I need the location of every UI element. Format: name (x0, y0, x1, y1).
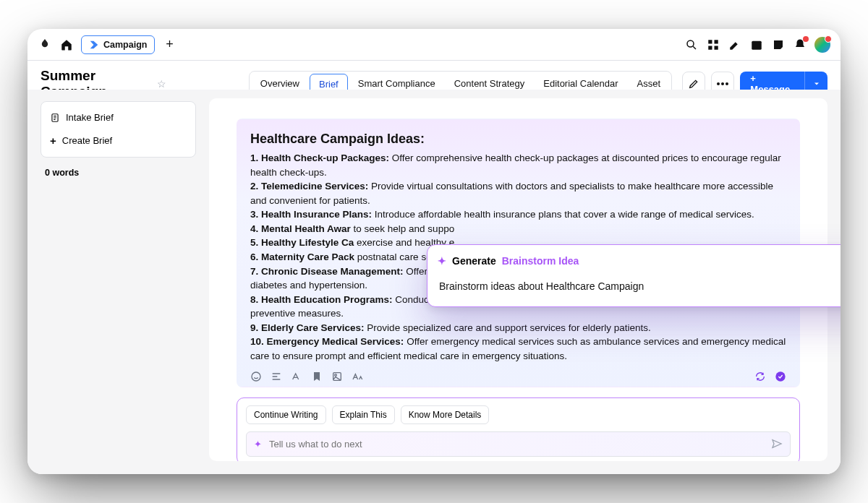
apps-icon[interactable] (706, 38, 720, 52)
svg-point-13 (252, 372, 260, 381)
generate-title: Generate (452, 255, 496, 267)
svg-point-0 (687, 40, 694, 47)
breadcrumb-label: Campaign (103, 40, 147, 50)
smiley-icon[interactable] (250, 371, 262, 382)
generate-subtitle: Brainstorm Idea (502, 255, 579, 267)
ai-panel-toolbar (250, 371, 786, 382)
generate-popover: ✦ Generate Brainstorm Idea ✕ (427, 244, 841, 307)
ai-line: 9. Elderly Care Services: Provide specia… (250, 321, 786, 335)
svg-point-9 (726, 82, 728, 85)
sidebar-item-create-brief[interactable]: + Create Brief (41, 129, 195, 152)
align-icon[interactable] (271, 371, 282, 382)
doc-icon (50, 113, 60, 123)
plus-icon: + (50, 134, 56, 147)
bookmark-icon[interactable] (311, 371, 323, 382)
svg-point-7 (717, 82, 720, 85)
topbar: Campaign + (27, 29, 841, 61)
svg-rect-2 (715, 40, 718, 43)
chip-know-more[interactable]: Know More Details (401, 405, 490, 424)
sidebar-item-intake-brief[interactable]: Intake Brief (41, 106, 195, 129)
sparkle-icon: ✦ (254, 439, 262, 450)
avatar[interactable] (814, 37, 830, 53)
svg-rect-1 (708, 40, 712, 43)
notifications-icon[interactable] (793, 38, 807, 52)
word-count: 0 words (41, 168, 196, 178)
search-icon[interactable] (684, 38, 699, 52)
breadcrumb[interactable]: Campaign (81, 35, 155, 54)
image-icon[interactable] (331, 371, 343, 382)
ai-line: 1. Health Check-up Packages: Offer compr… (250, 151, 786, 179)
chip-continue-writing[interactable]: Continue Writing (246, 405, 326, 424)
svg-point-16 (775, 371, 785, 381)
home-icon[interactable] (59, 38, 74, 52)
generate-input[interactable] (438, 280, 841, 293)
ai-line: 2. Telemedicine Services: Provide virtua… (250, 179, 786, 207)
refresh-icon[interactable] (754, 371, 766, 382)
ai-response-heading: Healthcare Campaign Ideas: (250, 129, 786, 148)
followup-panel: Continue Writing Explain This Know More … (237, 397, 800, 461)
inbox-icon[interactable] (771, 38, 786, 52)
svg-point-15 (335, 374, 337, 376)
favorite-star-icon[interactable]: ☆ (157, 78, 166, 90)
app-logo (38, 38, 52, 52)
svg-rect-4 (715, 46, 718, 49)
ai-line: 4. Mental Health Awar to seek help and s… (250, 222, 786, 236)
sidebar-item-label: Intake Brief (66, 112, 114, 123)
ai-line: 3. Health Insurance Plans: Introduce aff… (250, 207, 786, 222)
case-icon[interactable] (352, 371, 363, 382)
check-circle-icon[interactable] (775, 371, 786, 382)
chip-explain-this[interactable]: Explain This (332, 405, 395, 424)
compose-icon[interactable] (728, 38, 742, 52)
prompt-input[interactable] (268, 438, 765, 450)
send-icon[interactable] (771, 438, 783, 450)
calendar-icon[interactable] (749, 38, 764, 52)
svg-rect-3 (708, 46, 712, 49)
svg-point-8 (721, 82, 724, 85)
sidebar: Intake Brief + Create Brief 0 words (41, 90, 196, 461)
ai-line: 10. Emergency Medical Services: Offer em… (250, 335, 786, 363)
add-tab-button[interactable]: + (162, 38, 176, 52)
sidebar-item-label: Create Brief (62, 135, 112, 146)
svg-rect-6 (752, 40, 762, 43)
text-size-icon[interactable] (291, 371, 302, 382)
prompt-input-row[interactable]: ✦ (246, 431, 791, 457)
sparkle-icon: ✦ (438, 255, 446, 267)
